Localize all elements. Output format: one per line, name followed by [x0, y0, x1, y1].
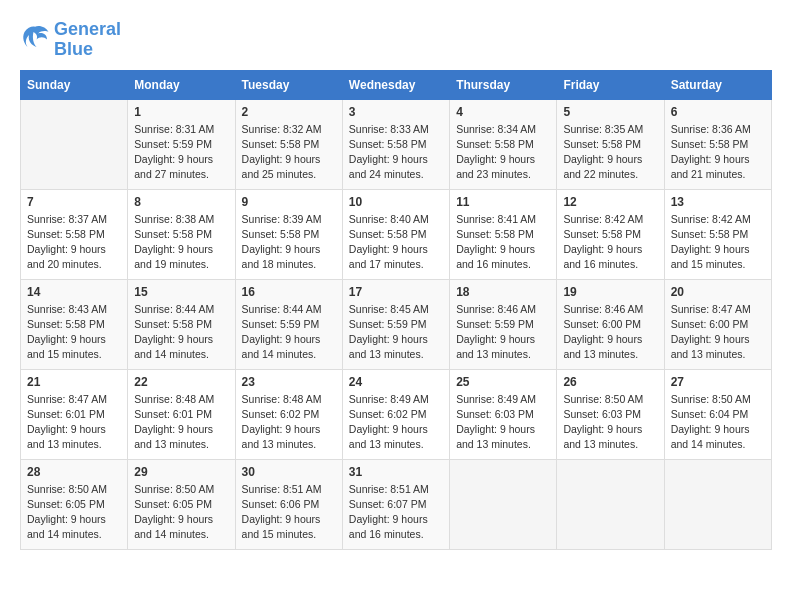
- calendar-cell: 19 Sunrise: 8:46 AM Sunset: 6:00 PM Dayl…: [557, 279, 664, 369]
- day-number: 28: [27, 465, 121, 479]
- calendar-cell: 25 Sunrise: 8:49 AM Sunset: 6:03 PM Dayl…: [450, 369, 557, 459]
- calendar-cell: 4 Sunrise: 8:34 AM Sunset: 5:58 PM Dayli…: [450, 99, 557, 189]
- day-number: 14: [27, 285, 121, 299]
- day-info: Sunrise: 8:48 AM Sunset: 6:01 PM Dayligh…: [134, 392, 228, 453]
- calendar-cell: 31 Sunrise: 8:51 AM Sunset: 6:07 PM Dayl…: [342, 459, 449, 549]
- day-number: 10: [349, 195, 443, 209]
- day-number: 18: [456, 285, 550, 299]
- day-info: Sunrise: 8:51 AM Sunset: 6:07 PM Dayligh…: [349, 482, 443, 543]
- day-number: 24: [349, 375, 443, 389]
- day-info: Sunrise: 8:51 AM Sunset: 6:06 PM Dayligh…: [242, 482, 336, 543]
- calendar-cell: 7 Sunrise: 8:37 AM Sunset: 5:58 PM Dayli…: [21, 189, 128, 279]
- day-number: 9: [242, 195, 336, 209]
- day-info: Sunrise: 8:34 AM Sunset: 5:58 PM Dayligh…: [456, 122, 550, 183]
- day-info: Sunrise: 8:31 AM Sunset: 5:59 PM Dayligh…: [134, 122, 228, 183]
- calendar-cell: 9 Sunrise: 8:39 AM Sunset: 5:58 PM Dayli…: [235, 189, 342, 279]
- calendar-cell: 28 Sunrise: 8:50 AM Sunset: 6:05 PM Dayl…: [21, 459, 128, 549]
- day-info: Sunrise: 8:43 AM Sunset: 5:58 PM Dayligh…: [27, 302, 121, 363]
- calendar-cell: 18 Sunrise: 8:46 AM Sunset: 5:59 PM Dayl…: [450, 279, 557, 369]
- calendar-cell: 24 Sunrise: 8:49 AM Sunset: 6:02 PM Dayl…: [342, 369, 449, 459]
- day-info: Sunrise: 8:37 AM Sunset: 5:58 PM Dayligh…: [27, 212, 121, 273]
- day-number: 19: [563, 285, 657, 299]
- day-info: Sunrise: 8:33 AM Sunset: 5:58 PM Dayligh…: [349, 122, 443, 183]
- calendar-cell: 26 Sunrise: 8:50 AM Sunset: 6:03 PM Dayl…: [557, 369, 664, 459]
- day-info: Sunrise: 8:38 AM Sunset: 5:58 PM Dayligh…: [134, 212, 228, 273]
- weekday-header: Sunday: [21, 70, 128, 99]
- calendar-cell: [557, 459, 664, 549]
- day-number: 16: [242, 285, 336, 299]
- day-info: Sunrise: 8:48 AM Sunset: 6:02 PM Dayligh…: [242, 392, 336, 453]
- day-info: Sunrise: 8:49 AM Sunset: 6:02 PM Dayligh…: [349, 392, 443, 453]
- calendar-week-row: 7 Sunrise: 8:37 AM Sunset: 5:58 PM Dayli…: [21, 189, 772, 279]
- calendar-cell: 21 Sunrise: 8:47 AM Sunset: 6:01 PM Dayl…: [21, 369, 128, 459]
- day-number: 5: [563, 105, 657, 119]
- calendar-cell: 22 Sunrise: 8:48 AM Sunset: 6:01 PM Dayl…: [128, 369, 235, 459]
- day-number: 15: [134, 285, 228, 299]
- day-number: 29: [134, 465, 228, 479]
- day-info: Sunrise: 8:50 AM Sunset: 6:05 PM Dayligh…: [134, 482, 228, 543]
- day-info: Sunrise: 8:50 AM Sunset: 6:05 PM Dayligh…: [27, 482, 121, 543]
- day-info: Sunrise: 8:32 AM Sunset: 5:58 PM Dayligh…: [242, 122, 336, 183]
- calendar-cell: [450, 459, 557, 549]
- calendar-week-row: 28 Sunrise: 8:50 AM Sunset: 6:05 PM Dayl…: [21, 459, 772, 549]
- logo-text: General Blue: [54, 20, 121, 60]
- day-number: 13: [671, 195, 765, 209]
- calendar-cell: [664, 459, 771, 549]
- day-info: Sunrise: 8:47 AM Sunset: 6:00 PM Dayligh…: [671, 302, 765, 363]
- day-info: Sunrise: 8:35 AM Sunset: 5:58 PM Dayligh…: [563, 122, 657, 183]
- logo-icon: [20, 23, 50, 53]
- day-number: 12: [563, 195, 657, 209]
- day-number: 31: [349, 465, 443, 479]
- logo: General Blue: [20, 20, 121, 60]
- day-info: Sunrise: 8:44 AM Sunset: 5:58 PM Dayligh…: [134, 302, 228, 363]
- day-number: 25: [456, 375, 550, 389]
- calendar-cell: 8 Sunrise: 8:38 AM Sunset: 5:58 PM Dayli…: [128, 189, 235, 279]
- calendar-cell: 15 Sunrise: 8:44 AM Sunset: 5:58 PM Dayl…: [128, 279, 235, 369]
- day-number: 21: [27, 375, 121, 389]
- day-number: 8: [134, 195, 228, 209]
- weekday-header: Thursday: [450, 70, 557, 99]
- weekday-header: Saturday: [664, 70, 771, 99]
- day-info: Sunrise: 8:42 AM Sunset: 5:58 PM Dayligh…: [563, 212, 657, 273]
- day-info: Sunrise: 8:50 AM Sunset: 6:03 PM Dayligh…: [563, 392, 657, 453]
- day-number: 17: [349, 285, 443, 299]
- calendar-cell: 30 Sunrise: 8:51 AM Sunset: 6:06 PM Dayl…: [235, 459, 342, 549]
- day-number: 30: [242, 465, 336, 479]
- day-number: 22: [134, 375, 228, 389]
- calendar-cell: 1 Sunrise: 8:31 AM Sunset: 5:59 PM Dayli…: [128, 99, 235, 189]
- calendar-cell: 23 Sunrise: 8:48 AM Sunset: 6:02 PM Dayl…: [235, 369, 342, 459]
- calendar-table: SundayMondayTuesdayWednesdayThursdayFrid…: [20, 70, 772, 550]
- weekday-header: Monday: [128, 70, 235, 99]
- day-number: 20: [671, 285, 765, 299]
- day-info: Sunrise: 8:46 AM Sunset: 6:00 PM Dayligh…: [563, 302, 657, 363]
- day-number: 27: [671, 375, 765, 389]
- calendar-cell: 11 Sunrise: 8:41 AM Sunset: 5:58 PM Dayl…: [450, 189, 557, 279]
- calendar-cell: 16 Sunrise: 8:44 AM Sunset: 5:59 PM Dayl…: [235, 279, 342, 369]
- calendar-cell: 17 Sunrise: 8:45 AM Sunset: 5:59 PM Dayl…: [342, 279, 449, 369]
- day-number: 2: [242, 105, 336, 119]
- day-info: Sunrise: 8:50 AM Sunset: 6:04 PM Dayligh…: [671, 392, 765, 453]
- day-number: 4: [456, 105, 550, 119]
- calendar-cell: 20 Sunrise: 8:47 AM Sunset: 6:00 PM Dayl…: [664, 279, 771, 369]
- page-header: General Blue: [20, 20, 772, 60]
- weekday-header-row: SundayMondayTuesdayWednesdayThursdayFrid…: [21, 70, 772, 99]
- day-number: 23: [242, 375, 336, 389]
- day-info: Sunrise: 8:49 AM Sunset: 6:03 PM Dayligh…: [456, 392, 550, 453]
- day-info: Sunrise: 8:46 AM Sunset: 5:59 PM Dayligh…: [456, 302, 550, 363]
- weekday-header: Wednesday: [342, 70, 449, 99]
- day-info: Sunrise: 8:42 AM Sunset: 5:58 PM Dayligh…: [671, 212, 765, 273]
- day-number: 3: [349, 105, 443, 119]
- calendar-cell: 12 Sunrise: 8:42 AM Sunset: 5:58 PM Dayl…: [557, 189, 664, 279]
- calendar-cell: 2 Sunrise: 8:32 AM Sunset: 5:58 PM Dayli…: [235, 99, 342, 189]
- weekday-header: Friday: [557, 70, 664, 99]
- calendar-cell: 27 Sunrise: 8:50 AM Sunset: 6:04 PM Dayl…: [664, 369, 771, 459]
- calendar-cell: 13 Sunrise: 8:42 AM Sunset: 5:58 PM Dayl…: [664, 189, 771, 279]
- weekday-header: Tuesday: [235, 70, 342, 99]
- day-info: Sunrise: 8:39 AM Sunset: 5:58 PM Dayligh…: [242, 212, 336, 273]
- calendar-cell: 3 Sunrise: 8:33 AM Sunset: 5:58 PM Dayli…: [342, 99, 449, 189]
- calendar-week-row: 1 Sunrise: 8:31 AM Sunset: 5:59 PM Dayli…: [21, 99, 772, 189]
- day-number: 11: [456, 195, 550, 209]
- calendar-week-row: 14 Sunrise: 8:43 AM Sunset: 5:58 PM Dayl…: [21, 279, 772, 369]
- calendar-cell: [21, 99, 128, 189]
- day-info: Sunrise: 8:40 AM Sunset: 5:58 PM Dayligh…: [349, 212, 443, 273]
